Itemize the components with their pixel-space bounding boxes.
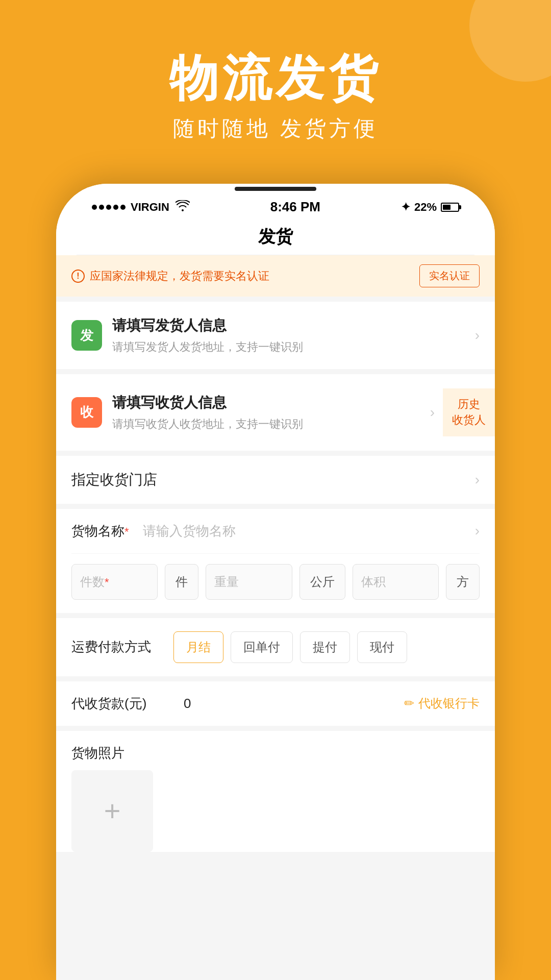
history-line1: 历史 xyxy=(458,397,480,412)
qty-input-field[interactable]: 件数* xyxy=(71,564,158,600)
main-title: 物流发货 xyxy=(0,51,551,105)
receiver-section[interactable]: 收 请填写收货人信息 请填写收货人收货地址，支持一键识别 › 历史 收货人 xyxy=(56,374,495,451)
sender-row[interactable]: 发 请填写发货人信息 请填写发货人发货地址，支持一键识别 › xyxy=(56,302,495,369)
goods-name-row[interactable]: 货物名称* 请输入货物名称 › xyxy=(71,509,480,554)
nav-title: 发货 xyxy=(77,217,474,255)
required-star-qty: * xyxy=(105,576,109,589)
content-area: ! 应国家法律规定，发货需要实名认证 实名认证 发 请填写发货人信息 请填写发货… xyxy=(56,255,495,980)
history-line2: 收货人 xyxy=(452,412,486,428)
status-bar: VIRGIN 8:46 PM ✦ 22% xyxy=(77,194,474,217)
receiver-desc: 请填写收货人收货地址，支持一键识别 xyxy=(112,416,430,432)
signal-dots xyxy=(92,205,126,210)
weight-input-field[interactable]: 重量 xyxy=(206,564,292,600)
receiver-info: 请填写收货人信息 请填写收货人收货地址，支持一键识别 xyxy=(112,393,430,432)
verify-button[interactable]: 实名认证 xyxy=(419,264,480,287)
sender-title: 请填写发货人信息 xyxy=(112,316,475,335)
phone-wrapper: VIRGIN 8:46 PM ✦ 22% xyxy=(56,184,495,980)
battery-fill xyxy=(443,205,450,210)
signal-dot-5 xyxy=(120,205,126,210)
signal-dot-2 xyxy=(99,205,104,210)
required-star-name: * xyxy=(124,525,129,538)
volume-input-field[interactable]: 体积 xyxy=(353,564,439,600)
cod-row: 代收货款(元) 0 ✏ 代收银行卡 xyxy=(71,681,480,726)
store-label: 指定收货门店 xyxy=(71,470,475,489)
cod-bank-label: 代收银行卡 xyxy=(418,695,480,712)
header-area: 物流发货 随时随地 发货方便 xyxy=(0,0,551,174)
plus-icon: + xyxy=(104,797,121,825)
qty-unit-label: 件 xyxy=(165,564,198,600)
freight-row: 运费付款方式 月结 回单付 提付 现付 xyxy=(71,618,480,676)
cod-value: 0 xyxy=(184,696,404,712)
history-receiver-button[interactable]: 历史 收货人 xyxy=(443,388,495,436)
battery-percent: 22% xyxy=(414,201,437,214)
receiver-title: 请填写收货人信息 xyxy=(112,393,430,412)
warning-icon: ! xyxy=(71,270,85,283)
status-right: ✦ 22% xyxy=(401,201,459,214)
goods-name-chevron-icon: › xyxy=(475,523,480,539)
cod-label: 代收货款(元) xyxy=(71,695,184,713)
photo-label: 货物照片 xyxy=(71,731,480,770)
sender-info: 请填写发货人信息 请填写发货人发货地址，支持一键识别 xyxy=(112,316,475,355)
edit-icon: ✏ xyxy=(404,696,414,710)
warning-left: ! 应国家法律规定，发货需要实名认证 xyxy=(71,268,269,284)
receiver-chevron-icon: › xyxy=(430,404,435,421)
sender-icon-badge: 发 xyxy=(71,320,102,351)
freight-opt-monthly[interactable]: 月结 xyxy=(173,631,223,663)
notch xyxy=(235,187,316,191)
status-left: VIRGIN xyxy=(92,200,190,214)
phone-top: VIRGIN 8:46 PM ✦ 22% xyxy=(56,184,495,255)
goods-section: 货物名称* 请输入货物名称 › 件数* 件 重量 公斤 体积 方 xyxy=(56,509,495,613)
sender-section[interactable]: 发 请填写发货人信息 请填写发货人发货地址，支持一键识别 › xyxy=(56,302,495,369)
cod-bank-button[interactable]: ✏ 代收银行卡 xyxy=(404,695,480,712)
status-time: 8:46 PM xyxy=(270,199,320,215)
cod-section: 代收货款(元) 0 ✏ 代收银行卡 xyxy=(56,681,495,726)
warning-text: 应国家法律规定，发货需要实名认证 xyxy=(90,268,269,284)
store-card[interactable]: 指定收货门店 › xyxy=(56,456,495,504)
signal-dot-3 xyxy=(106,205,111,210)
volume-unit-label: 方 xyxy=(446,564,480,600)
photo-add-button[interactable]: + xyxy=(71,770,153,852)
photo-section: 货物照片 + xyxy=(56,731,495,852)
wifi-icon xyxy=(176,200,190,214)
qty-row: 件数* 件 重量 公斤 体积 方 xyxy=(71,554,480,613)
sub-title: 随时随地 发货方便 xyxy=(0,114,551,143)
freight-label: 运费付款方式 xyxy=(71,638,163,656)
battery-icon xyxy=(441,203,459,212)
freight-opt-receipt[interactable]: 回单付 xyxy=(231,631,293,663)
warning-banner: ! 应国家法律规定，发货需要实名认证 实名认证 xyxy=(56,255,495,297)
phone-inner: VIRGIN 8:46 PM ✦ 22% xyxy=(56,184,495,980)
sender-chevron-icon: › xyxy=(475,327,480,344)
sender-desc: 请填写发货人发货地址，支持一键识别 xyxy=(112,339,475,355)
store-row[interactable]: 指定收货门店 › xyxy=(56,456,495,504)
receiver-row[interactable]: 收 请填写收货人信息 请填写收货人收货地址，支持一键识别 › 历史 收货人 xyxy=(56,374,495,451)
freight-opt-pickup[interactable]: 提付 xyxy=(300,631,350,663)
receiver-icon-badge: 收 xyxy=(71,397,102,428)
freight-options: 月结 回单付 提付 现付 xyxy=(173,631,407,663)
notch-bar xyxy=(77,184,474,194)
goods-name-label: 货物名称* xyxy=(71,522,143,540)
goods-name-placeholder: 请输入货物名称 xyxy=(143,522,475,540)
weight-unit-label: 公斤 xyxy=(299,564,345,600)
signal-dot-1 xyxy=(92,205,97,210)
signal-dot-4 xyxy=(113,205,118,210)
store-chevron-icon: › xyxy=(475,472,480,488)
carrier-label: VIRGIN xyxy=(131,201,169,214)
freight-section: 运费付款方式 月结 回单付 提付 现付 xyxy=(56,618,495,676)
bluetooth-icon: ✦ xyxy=(401,201,410,214)
freight-opt-cash[interactable]: 现付 xyxy=(357,631,407,663)
